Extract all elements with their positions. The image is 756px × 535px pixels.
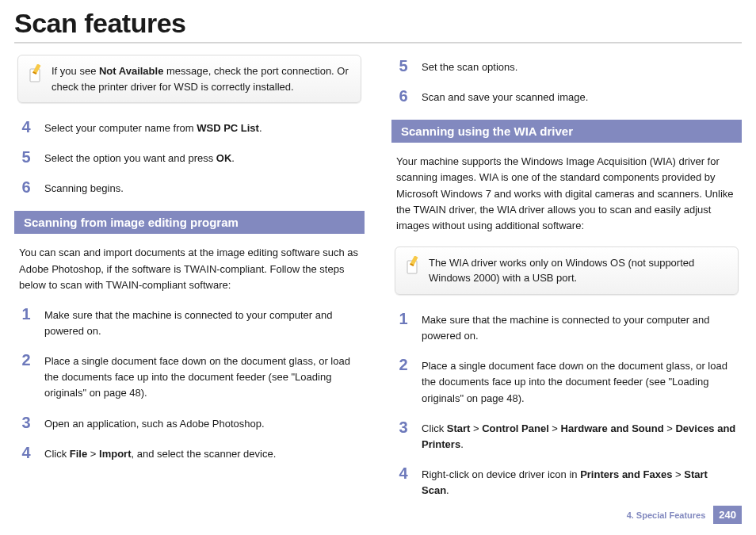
- step-number: 2: [19, 352, 33, 401]
- step: 3Open an application, such as Adobe Phot…: [19, 415, 360, 432]
- note-icon: [28, 64, 44, 86]
- step-number: 3: [19, 415, 33, 432]
- step-text: Scan and save your scanned image.: [422, 88, 588, 105]
- section-heading-right: Scanning using the WIA driver: [391, 120, 742, 143]
- step-text: Click File > Import, and select the scan…: [44, 445, 276, 462]
- step-number: 1: [396, 311, 410, 344]
- step: 5Set the scan options.: [396, 58, 737, 75]
- step-list-left: 1Make sure that the machine is connected…: [19, 306, 360, 462]
- step: 2Place a single document face down on th…: [396, 357, 737, 406]
- footer-page-number: 240: [713, 506, 742, 524]
- step-text: Place a single document face down on the…: [422, 357, 737, 406]
- step-number: 4: [19, 445, 33, 462]
- step-number: 6: [19, 179, 33, 197]
- step: 1Make sure that the machine is connected…: [396, 311, 737, 344]
- step-list-top-left: 4Select your computer name from WSD PC L…: [19, 119, 360, 197]
- step: 4Click File > Import, and select the sca…: [19, 445, 360, 462]
- step-number: 5: [396, 58, 410, 75]
- step-text: Click Start > Control Panel > Hardware a…: [422, 419, 737, 453]
- note-text: The WIA driver works only on Windows OS …: [429, 255, 728, 286]
- step: 4Select your computer name from WSD PC L…: [19, 119, 360, 136]
- step: 5Select the option you want and press OK…: [19, 149, 360, 166]
- section-heading-left: Scanning from image editing program: [14, 211, 365, 234]
- step-number: 2: [396, 357, 410, 406]
- step-list-top-right: 5Set the scan options.6Scan and save you…: [396, 58, 737, 105]
- step: 3Click Start > Control Panel > Hardware …: [396, 419, 737, 453]
- intro-right: Your machine supports the Windows Image …: [396, 154, 737, 234]
- step-text: Select the option you want and press OK.: [44, 149, 235, 166]
- step-number: 1: [19, 306, 33, 339]
- note-text: If you see Not Available message, check …: [52, 63, 351, 94]
- note-box-right: The WIA driver works only on Windows OS …: [395, 246, 739, 295]
- step: 6Scan and save your scanned image.: [396, 88, 737, 105]
- step-text: Scanning begins.: [44, 179, 124, 197]
- step-text: Make sure that the machine is connected …: [44, 306, 360, 339]
- step-number: 5: [19, 149, 33, 166]
- step-list-right: 1Make sure that the machine is connected…: [396, 311, 737, 499]
- step-text: Select your computer name from WSD PC Li…: [44, 119, 262, 136]
- step-number: 4: [396, 465, 410, 499]
- footer-chapter: 4. Special Features: [627, 510, 706, 520]
- step-text: Place a single document face down on the…: [44, 352, 360, 401]
- title-underline: [14, 42, 742, 44]
- step: 4Right-click on device driver icon in Pr…: [396, 465, 737, 499]
- step-number: 3: [396, 419, 410, 453]
- step-number: 4: [19, 119, 33, 136]
- step-number: 6: [396, 88, 410, 105]
- step-text: Open an application, such as Adobe Photo…: [44, 415, 265, 432]
- step-text: Right-click on device driver icon in Pri…: [422, 465, 737, 499]
- step: 6Scanning begins.: [19, 179, 360, 197]
- note-box: If you see Not Available message, check …: [17, 55, 361, 103]
- footer: 4. Special Features 240: [627, 506, 742, 524]
- page-title: Scan features: [14, 8, 742, 39]
- step: 2Place a single document face down on th…: [19, 352, 360, 401]
- note-icon: [405, 256, 421, 278]
- right-column: 5Set the scan options.6Scan and save you…: [391, 55, 742, 511]
- step-text: Set the scan options.: [422, 58, 517, 75]
- left-column: If you see Not Available message, check …: [14, 55, 365, 511]
- step: 1Make sure that the machine is connected…: [19, 306, 360, 339]
- step-text: Make sure that the machine is connected …: [422, 311, 737, 344]
- intro-left: You can scan and import documents at the…: [19, 245, 360, 292]
